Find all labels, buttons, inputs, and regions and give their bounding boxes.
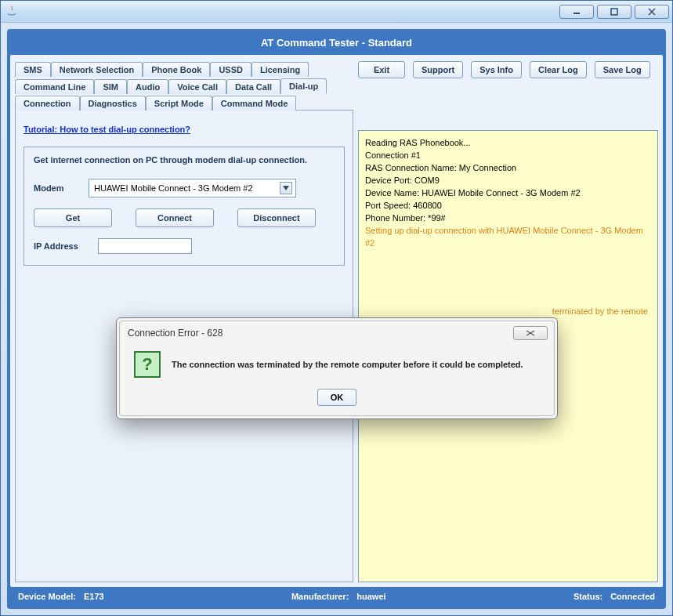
log-line: Device Port: COM9 [365,175,651,187]
dialup-group: Get internet connection on PC through mo… [24,147,345,266]
status-label: Status: [573,592,602,601]
tab-sim[interactable]: SIM [94,79,127,94]
chevron-down-icon [280,182,292,194]
tab-script-mode[interactable]: Script Mode [146,96,212,111]
log-line-highlight: Setting up dial-up connection with HUAWE… [365,225,651,250]
window-chrome: AT Command Tester - Standard SMS Network… [0,0,673,616]
ip-address-field[interactable] [98,238,192,254]
svg-rect-1 [611,9,617,15]
log-line: Device Name: HUAWEI Mobile Connect - 3G … [365,187,651,200]
modem-select[interactable]: HUAWEI Mobile Connect - 3G Modem #2 [89,179,296,197]
tab-dial-up[interactable]: Dial-up [280,78,327,94]
tab-network-selection[interactable]: Network Selection [51,62,143,77]
tab-audio[interactable]: Audio [127,79,168,94]
log-line: Phone Number: *99# [365,212,651,225]
tutorial-link[interactable]: Tutorial: How to test dial-up connection… [24,125,345,134]
log-line: Port Speed: 460800 [365,200,651,212]
svg-marker-4 [283,186,289,190]
tab-command-line[interactable]: Command Line [15,79,94,94]
tab-phone-book[interactable]: Phone Book [143,62,210,77]
log-line: Connection #1 [365,150,651,162]
clearlog-button[interactable]: Clear Log [530,61,587,78]
disconnect-button[interactable]: Disconnect [237,208,316,227]
modem-label: Modem [34,183,79,193]
question-icon: ? [134,351,161,378]
support-button[interactable]: Support [413,61,463,78]
tab-voice-call[interactable]: Voice Call [168,79,226,94]
dialog-ok-button[interactable]: OK [317,389,357,406]
status-mfr-label: Manufacturer: [291,592,349,601]
app-frame: AT Command Tester - Standard SMS Network… [7,29,666,609]
exit-button[interactable]: Exit [358,61,405,78]
tab-sms[interactable]: SMS [15,62,51,77]
app-title: AT Command Tester - Standard [10,32,663,55]
sysinfo-button[interactable]: Sys Info [471,61,522,78]
status-value: Connected [610,592,655,601]
log-line: Reading RAS Phonebook... [365,137,651,150]
tab-command-mode[interactable]: Command Mode [212,96,297,111]
ip-address-label: IP Address [34,241,89,251]
tab-data-call[interactable]: Data Call [226,79,280,94]
get-button[interactable]: Get [34,208,112,227]
status-model-value: E173 [84,592,104,601]
window-titlebar [1,1,672,23]
dialog-message: The connection was terminated by the rem… [172,360,523,369]
modem-select-value: HUAWEI Mobile Connect - 3G Modem #2 [94,183,253,193]
status-model-label: Device Model: [18,592,76,601]
minimize-button[interactable] [559,5,594,19]
java-icon [5,5,18,18]
tab-bar: SMS Network Selection Phone Book USSD Li… [15,60,353,110]
status-mfr-value: huawei [356,592,385,601]
close-button[interactable] [635,5,669,19]
connect-button[interactable]: Connect [136,208,214,227]
status-bar: Device Model: E173 Manufacturer: huawei … [10,587,663,606]
dialog-close-button[interactable] [513,326,548,340]
dialog-title: Connection Error - 628 [128,328,223,339]
dialup-group-title: Get internet connection on PC through mo… [34,155,335,165]
savelog-button[interactable]: Save Log [595,61,650,78]
tab-licensing[interactable]: Licensing [251,62,309,77]
error-dialog: Connection Error - 628 ? The connection … [116,317,558,419]
tab-diagnostics[interactable]: Diagnostics [80,96,146,111]
log-line-highlight: terminated by the remote [365,306,651,318]
maximize-button[interactable] [597,5,631,19]
log-line: RAS Connection Name: My Connection [365,162,651,175]
tab-ussd[interactable]: USSD [210,62,251,77]
tab-connection[interactable]: Connection [15,96,80,111]
